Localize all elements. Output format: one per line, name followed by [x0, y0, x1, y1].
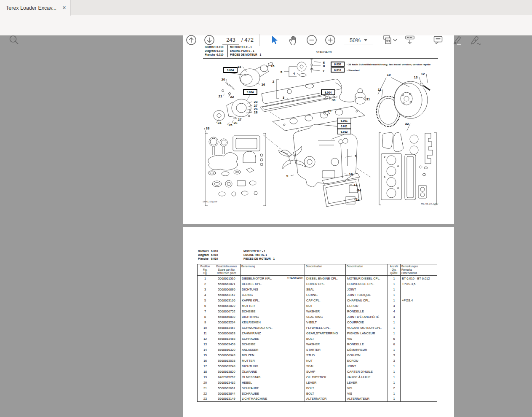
diagram-callout: 26: [234, 121, 238, 125]
table-cell: 2: [198, 281, 213, 287]
table-cell: DIESELMOTOR KPL.STANDARD: [241, 276, 305, 281]
table-cell: 10: [198, 325, 213, 331]
table-cell: [401, 331, 437, 336]
diagram-callout: 22: [230, 95, 234, 99]
table-cell: VOLANT MOTEUR CPL.: [346, 325, 388, 331]
diagram-callout: 9: [286, 174, 289, 178]
table-row: 55568663166KAPPE KPL.CAP CPL.CHAPEAU CPL…: [198, 298, 437, 303]
table-cell: COURROIE: [346, 320, 388, 325]
select-tool-icon[interactable]: [269, 34, 281, 46]
add-comment-icon[interactable]: [432, 34, 444, 46]
table-cell: DECKEL KPL.: [241, 281, 305, 287]
table-cell: [401, 287, 437, 292]
table-cell: WASHER: [305, 342, 346, 347]
signature-pen-icon[interactable]: [469, 34, 481, 46]
page2-header-label: Planche: [198, 257, 209, 260]
table-cell: 17: [198, 363, 213, 369]
table-cell: 5568656320: [213, 347, 241, 352]
zoom-in-button[interactable]: [324, 34, 336, 46]
table-cell: JOINT TORIQUE: [346, 292, 388, 298]
table-cell: 1: [198, 276, 213, 281]
table-cell: [401, 320, 437, 325]
diagram-callout: 8: [323, 64, 325, 68]
table-cell: COVER CPL.: [305, 281, 346, 287]
table-cell: 5568656943: [213, 352, 241, 358]
next-page-button[interactable]: [203, 34, 215, 46]
page-number-input[interactable]: [222, 35, 239, 45]
table-cell: 3: [388, 358, 401, 363]
highlighter-icon[interactable]: [451, 34, 462, 46]
table-row: 115568656628ZAHNKRANZGEAR,STARTERRINGPIG…: [198, 331, 437, 336]
table-cell: NUT: [305, 303, 346, 309]
table-cell: SCHRAUBE: [241, 391, 305, 396]
zoom-level-value: 50%: [350, 37, 361, 43]
table-cell: ALTERNATEUR: [346, 396, 388, 402]
diagram-callout: 23: [254, 100, 258, 104]
tab-title: Terex Loader Excav...: [6, 5, 60, 11]
table-cell: 1: [388, 396, 401, 402]
engine-exploded-diagram: 1415202122162327262824252627546872329303…: [183, 35, 454, 224]
table-cell: 6: [388, 342, 401, 347]
table-cell: SCHRAUBE: [241, 336, 305, 342]
table-cell: RONDELLE: [346, 309, 388, 314]
table-row: 165568663538MUTTERNUTECROU3: [198, 358, 437, 363]
diagram-callout: 31: [366, 97, 370, 101]
parts-table-header: Benennung: [241, 264, 305, 276]
table-cell: BT 6.010 - BT 6.012: [401, 276, 437, 281]
browser-tab[interactable]: Terex Loader Excav... ✕: [0, 0, 71, 16]
reference-box-label: 6.012: [341, 130, 348, 133]
table-cell: [401, 303, 437, 309]
table-cell: 7: [198, 309, 213, 314]
pdf-page-2: Bildtafel Diagram Planche 6.010 6.010 6.…: [183, 227, 454, 417]
table-cell: [401, 369, 437, 374]
table-cell: ÖLWANNE: [241, 369, 305, 374]
table-cell: O-RING: [241, 292, 305, 298]
diagram-callout: 2: [273, 80, 275, 83]
table-cell: 20: [198, 380, 213, 385]
hand-tool-icon[interactable]: [287, 34, 299, 46]
table-cell: 3: [198, 287, 213, 292]
table-cell: DÉMARREUR: [346, 347, 388, 352]
table-cell: STUD: [305, 352, 346, 358]
zoom-out-button[interactable]: [306, 34, 318, 46]
table-cell: 5568663459: [213, 342, 241, 347]
zoom-search-icon[interactable]: [8, 34, 20, 46]
table-cell: 12: [198, 336, 213, 342]
page2-header-label: Bildtafel: [198, 250, 209, 253]
table-cell: MOTEUR DIESEL CPL.: [346, 276, 388, 281]
diagram-callout: 20: [222, 78, 225, 81]
table-cell: 22: [198, 391, 213, 396]
table-cell: 16: [198, 358, 213, 363]
table-row: 75568656752SCHEIBEWASHERRONDELLE4: [198, 309, 437, 314]
table-cell: 5568663166: [213, 298, 241, 303]
collapse-toolbar-button[interactable]: [404, 34, 416, 46]
table-cell: 6: [198, 303, 213, 309]
table-cell: BOLT: [305, 385, 346, 391]
table-cell: ECROU: [346, 303, 388, 309]
table-row: 15568661510DIESELMOTOR KPL.STANDARDDIESE…: [198, 276, 437, 281]
table-cell: 13: [198, 342, 213, 347]
parts-table: PositionFig.Fig.ErsatzteilnummerSpare pa…: [197, 264, 437, 402]
table-cell: COUVERCLE CPL.: [346, 281, 388, 287]
tab-close-icon[interactable]: ✕: [62, 5, 66, 11]
table-row: 95568663264KEILRIEMENV-BELTCOURROIE1: [198, 320, 437, 325]
table-cell: CAP CPL.: [305, 298, 346, 303]
table-cell: [401, 342, 437, 347]
parts-table-header: AnzahlQty.Quant.: [388, 264, 401, 276]
table-cell: 5568656628: [213, 331, 241, 336]
diagram-callout: 13: [414, 75, 418, 79]
parts-table-header: ErsatzteilnummerSpare part No.Référence …: [213, 264, 241, 276]
previous-page-button[interactable]: [185, 34, 197, 46]
diagram-callout: 19: [349, 172, 353, 176]
zoom-level-select[interactable]: 50%: [344, 35, 373, 45]
alternator: [227, 99, 251, 119]
diagram-callout: 12: [421, 72, 425, 76]
table-row: 85568656802DICHTRINGSEAL RINGJOINT D'ÉTA…: [198, 314, 437, 320]
crankshaft-pulley: [214, 110, 225, 121]
table-cell: SCHWUNGRAD KPL.: [241, 325, 305, 331]
page-fit-button[interactable]: [381, 34, 398, 46]
table-cell: 23: [198, 396, 213, 402]
table-cell: 1: [388, 276, 401, 281]
table-cell: 5568661510: [213, 276, 241, 281]
table-cell: DICHTUNG: [241, 363, 305, 369]
